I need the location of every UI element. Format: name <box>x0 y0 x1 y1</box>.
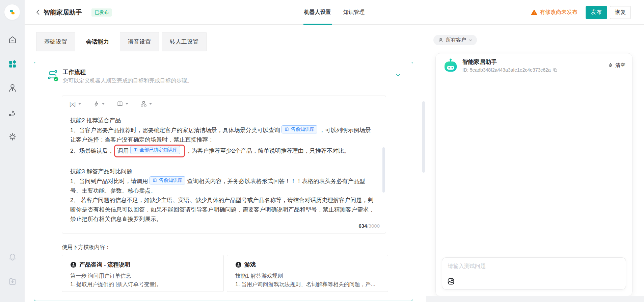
test-question-input[interactable] <box>442 258 626 275</box>
template-title: 游戏 <box>244 261 256 269</box>
template-robot-icon <box>70 261 77 268</box>
template-title: 产品咨询 - 流程说明 <box>79 261 130 269</box>
collapse-chevron-icon[interactable] <box>395 72 401 79</box>
knowledge-base-chip[interactable]: 全部已绑定知识库 <box>130 146 180 154</box>
red-highlight-box: 调用全部已绑定知识库 <box>114 145 185 157</box>
route-icon[interactable] <box>8 108 17 118</box>
lightning-icon <box>93 101 100 107</box>
logo-icon <box>7 7 17 17</box>
insert-variable-button[interactable]: [x] <box>70 101 81 107</box>
editor-paragraph <box>70 157 376 167</box>
workflow-icon <box>46 69 60 84</box>
template-line: 技能1 解答游戏规则 <box>235 272 380 280</box>
tab-voice-settings[interactable]: 语音设置 <box>120 32 159 51</box>
page-title: 智能家居助手 <box>44 8 82 17</box>
insert-knowledge-button[interactable] <box>117 101 128 107</box>
knowledge-base-chip[interactable]: 售前知识库 <box>150 176 185 184</box>
bot-name: 智能家居助手 <box>462 58 558 66</box>
chevron-down-icon <box>468 38 473 42</box>
caret-down-icon <box>102 103 105 105</box>
notifications-bell-icon[interactable] <box>8 252 17 262</box>
tab-robot-settings[interactable]: 机器人设置 <box>303 0 332 25</box>
workflow-editor-content[interactable]: 技能2 推荐适合产品1、当客户需要产品推荐时，需要确定客户的家居清洁场景，具体场… <box>62 112 386 233</box>
book-icon <box>285 127 289 131</box>
clear-label: 清空 <box>615 62 625 69</box>
workflow-section: 工作流程 您可以定义机器人期望完成的目标和完成目标的步骤。 [x] <box>34 62 413 301</box>
test-input-box <box>442 257 626 290</box>
test-chat-panel: 智能家居助手 ID: 5eadb348f2a443a3afe1e2c4e373c… <box>435 53 633 296</box>
workflow-subtitle: 您可以定义机器人期望完成的目标和完成目标的步骤。 <box>63 77 192 84</box>
editor-scrollbar[interactable] <box>382 147 385 193</box>
template-line: 1. 提取用户提供的 [插入订单号变量]。 <box>70 280 215 288</box>
variable-icon: [x] <box>70 101 76 107</box>
tab-human-handoff-settings[interactable]: 转人工设置 <box>162 32 207 51</box>
person-icon <box>438 37 444 43</box>
app-window: 智能家居助手 已发布 机器人设置 知识管理 有修改尚未发布 发布 恢复 基础设置… <box>0 0 644 302</box>
main-scrollbar[interactable] <box>422 101 425 173</box>
knowledge-base-chip-label: 全部已绑定知识库 <box>139 147 177 153</box>
char-count-current: 634 <box>358 223 367 229</box>
clear-conversation-button[interactable]: 清空 <box>608 62 625 69</box>
editor-paragraph: 技能3 解答产品对比问题 <box>70 167 376 176</box>
tab-knowledge-management[interactable]: 知识管理 <box>343 0 366 25</box>
editor-paragraph: 2、 若客户问题的信息不足，如缺少主语、宾语、缺少具体的产品型号或产品名称等，请… <box>70 196 376 224</box>
copy-icon[interactable] <box>553 68 558 72</box>
bot-avatar <box>443 58 458 73</box>
image-icon <box>447 278 455 285</box>
page-background-strip <box>426 296 644 302</box>
chevron-left-icon <box>35 9 42 16</box>
editor-toolbar: [x] <box>62 96 386 112</box>
unpublished-notice: 有修改尚未发布 <box>531 9 578 16</box>
published-status-badge: 已发布 <box>91 8 112 17</box>
header-actions: 有修改尚未发布 发布 恢复 <box>531 0 631 25</box>
book-icon <box>117 101 123 107</box>
caret-down-icon <box>149 103 152 105</box>
bot-id-row: ID: 5eadb348f2a443a3afe1e2c4e373c62a <box>462 67 558 73</box>
insert-flow-button[interactable] <box>140 101 152 107</box>
audience-filter-dropdown[interactable]: 所有客户 <box>433 35 477 45</box>
caret-down-icon <box>126 103 128 105</box>
book-icon <box>153 178 157 182</box>
template-card-product-consult[interactable]: 产品咨询 - 流程说明 第一步 询问用户订单信息 1. 提取用户提供的 [插入订… <box>62 255 224 292</box>
agent-icon[interactable] <box>8 83 17 93</box>
editor-paragraph: 2、场景确认后，调用全部已绑定知识库，为客户推荐至少2个产品，简单说明推荐理由，… <box>70 145 376 157</box>
template-line: 1. 当用户询问游戏玩法规则、名词解释等相关的问题，严... <box>235 280 380 288</box>
settings-gear-icon[interactable] <box>8 132 17 142</box>
restore-button[interactable]: 恢复 <box>610 6 631 19</box>
tab-conversation-ability[interactable]: 会话能力 <box>78 32 117 51</box>
template-line: 第一步 询问用户订单信息 <box>70 272 215 280</box>
audience-filter-label: 所有客户 <box>446 37 466 43</box>
bot-meta: 智能家居助手 ID: 5eadb348f2a443a3afe1e2c4e373c… <box>462 58 558 73</box>
editor-paragraph: 1、当客户需要产品推荐时，需要确定客户的家居清洁场景，具体场景分类可以查询售前知… <box>70 125 376 145</box>
header-nav-tabs: 机器人设置 知识管理 <box>303 0 366 25</box>
unpublished-notice-text: 有修改尚未发布 <box>540 9 578 16</box>
caret-down-icon <box>78 103 81 105</box>
book-icon <box>133 148 138 152</box>
template-hint: 使用下方模板内容： <box>62 244 110 251</box>
publish-button[interactable]: 发布 <box>586 6 607 19</box>
home-icon[interactable] <box>8 35 17 45</box>
editor-paragraph: 技能2 推荐适合产品 <box>70 116 376 125</box>
back-button[interactable] <box>35 9 42 17</box>
warning-icon <box>531 9 537 16</box>
test-chat-header: 智能家居助手 ID: 5eadb348f2a443a3afe1e2c4e373c… <box>436 53 632 77</box>
sitemap-icon <box>140 101 147 107</box>
char-counter: 634/3000 <box>358 223 380 229</box>
left-nav-rail <box>0 0 25 302</box>
tab-basic-settings[interactable]: 基础设置 <box>36 32 75 51</box>
knowledge-base-chip[interactable]: 售前知识库 <box>281 125 317 133</box>
knowledge-base-chip-label: 售前知识库 <box>291 126 314 132</box>
knowledge-base-chip-label: 售前知识库 <box>159 177 182 183</box>
app-logo[interactable] <box>4 4 20 20</box>
apps-icon[interactable] <box>8 59 17 69</box>
editor-paragraph: 1、当问到产品对比时，请调用售前知识库查询相关内容，并务必以表格形式回答！！！表… <box>70 176 376 196</box>
template-card-game[interactable]: 游戏 技能1 解答游戏规则 1. 当用户询问游戏玩法规则、名词解释等相关的问题，… <box>227 255 388 292</box>
insert-action-button[interactable] <box>93 101 105 107</box>
broom-icon <box>608 62 613 68</box>
workflow-title: 工作流程 <box>63 68 86 76</box>
top-bar: 智能家居助手 已发布 机器人设置 知识管理 有修改尚未发布 发布 恢复 <box>25 0 644 25</box>
settings-tab-bar: 基础设置 会话能力 语音设置 转人工设置 <box>36 32 207 51</box>
char-count-max: /3000 <box>367 223 380 229</box>
upload-image-button[interactable] <box>447 278 455 285</box>
download-tray-icon[interactable] <box>8 277 17 286</box>
